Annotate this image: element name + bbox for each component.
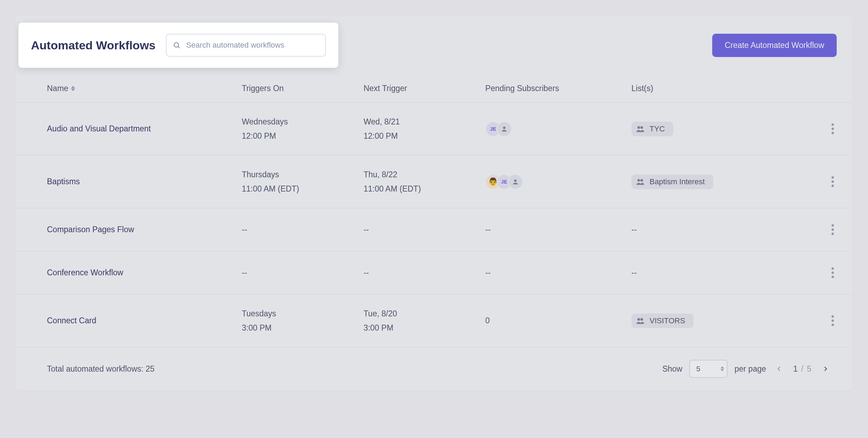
- svg-point-0: [174, 43, 179, 47]
- page-title: Automated Workflows: [31, 39, 155, 52]
- svg-line-1: [178, 47, 179, 48]
- col-pending-label: Pending Subscribers: [485, 84, 559, 93]
- cell-triggers: --: [242, 225, 363, 234]
- col-triggers-label: Triggers On: [242, 84, 284, 93]
- next-time: 3:00 PM: [363, 322, 485, 334]
- search-icon: [173, 41, 180, 49]
- col-lists-label: List(s): [632, 84, 653, 93]
- col-next-trigger[interactable]: Next Trigger: [363, 84, 485, 93]
- table-row[interactable]: Conference Workflow -- -- -- --: [16, 251, 852, 294]
- cell-next-trigger: Wed, 8/21 12:00 PM: [363, 116, 485, 142]
- list-tag[interactable]: VISITORS: [632, 314, 693, 328]
- stepper-icon: [721, 366, 724, 371]
- dots-icon: [831, 123, 834, 126]
- cell-pending: JE: [485, 121, 632, 137]
- row-actions-button[interactable]: [829, 221, 837, 238]
- table-header: Name Triggers On Next Trigger Pending Su…: [16, 75, 852, 103]
- next-page-button[interactable]: [820, 363, 831, 375]
- workflows-table: Name Triggers On Next Trigger Pending Su…: [16, 75, 852, 347]
- avatar-group: 👨 JE: [485, 174, 632, 189]
- dots-icon: [831, 176, 834, 179]
- svg-point-9: [640, 318, 643, 321]
- table-row[interactable]: Connect Card Tuesdays 3:00 PM Tue, 8/20 …: [16, 294, 852, 347]
- svg-point-6: [637, 179, 640, 181]
- dots-icon: [831, 267, 834, 270]
- list-tag-label: Baptism Interest: [650, 177, 705, 186]
- col-name-label: Name: [47, 84, 68, 93]
- cell-lists: TYC: [632, 122, 802, 136]
- pagination: Show per page 1 / 5: [662, 360, 831, 378]
- svg-point-5: [514, 179, 516, 182]
- page-divider: /: [801, 364, 803, 374]
- cell-triggers: Wednesdays 12:00 PM: [242, 116, 363, 142]
- triggers-day: Wednesdays: [242, 116, 363, 128]
- cell-lists: --: [632, 268, 802, 277]
- next-day: Wed, 8/21: [363, 116, 485, 128]
- cell-lists: Baptism Interest: [632, 175, 802, 189]
- cell-pending: 0: [485, 316, 632, 325]
- svg-point-7: [640, 179, 643, 181]
- cell-name: Connect Card: [47, 316, 242, 325]
- next-time: 11:00 AM (EDT): [363, 183, 485, 195]
- triggers-time: 12:00 PM: [242, 130, 363, 142]
- cell-triggers: Tuesdays 3:00 PM: [242, 308, 363, 334]
- cell-triggers: --: [242, 268, 363, 277]
- cell-next-trigger: Thu, 8/22 11:00 AM (EDT): [363, 169, 485, 195]
- cell-name: Conference Workflow: [47, 268, 242, 277]
- page-size-stepper[interactable]: [689, 360, 728, 378]
- workflow-panel: Automated Workflows Create Automated Wor…: [16, 16, 852, 390]
- triggers-time: 11:00 AM (EDT): [242, 183, 363, 195]
- avatar-group: JE: [485, 121, 632, 137]
- cell-name: Audio and Visual Department: [47, 124, 242, 133]
- person-icon: [501, 125, 508, 132]
- row-actions-button[interactable]: [829, 173, 837, 190]
- row-actions-button[interactable]: [829, 265, 837, 281]
- svg-point-4: [640, 126, 643, 129]
- avatar-placeholder[interactable]: [497, 121, 512, 137]
- people-icon: [636, 316, 645, 325]
- cell-name: Comparison Pages Flow: [47, 225, 242, 234]
- page-nav: 1 / 5: [773, 363, 831, 375]
- total-pages: 5: [807, 364, 811, 374]
- person-icon: [512, 178, 519, 185]
- prev-page-button[interactable]: [773, 363, 785, 375]
- next-time: 12:00 PM: [363, 130, 485, 142]
- cell-pending: 👨 JE: [485, 174, 632, 189]
- people-icon: [636, 177, 645, 186]
- table-footer: Total automated workflows: 25 Show per p…: [16, 347, 852, 390]
- col-pending[interactable]: Pending Subscribers: [485, 84, 632, 93]
- show-label: Show: [662, 364, 683, 374]
- header-highlight: Automated Workflows: [18, 23, 338, 68]
- svg-point-2: [503, 127, 505, 129]
- table-row[interactable]: Audio and Visual Department Wednesdays 1…: [16, 103, 852, 155]
- page-indicator: 1 / 5: [793, 364, 811, 374]
- row-actions-button[interactable]: [829, 313, 837, 329]
- per-page-label: per page: [734, 364, 766, 374]
- list-tag[interactable]: Baptism Interest: [632, 175, 713, 189]
- col-name[interactable]: Name: [47, 84, 242, 93]
- col-lists[interactable]: List(s): [632, 84, 802, 93]
- triggers-day: Thursdays: [242, 169, 363, 181]
- search-wrapper: [166, 34, 326, 57]
- create-workflow-button[interactable]: Create Automated Workflow: [712, 34, 837, 57]
- col-triggers[interactable]: Triggers On: [242, 84, 363, 93]
- cell-next-trigger: --: [363, 225, 485, 234]
- list-tag-label: VISITORS: [650, 316, 685, 325]
- people-icon: [636, 124, 645, 133]
- cell-next-trigger: --: [363, 268, 485, 277]
- search-input[interactable]: [166, 34, 326, 57]
- cell-pending: --: [485, 268, 632, 277]
- avatar-placeholder[interactable]: [508, 174, 523, 189]
- row-actions-button[interactable]: [829, 121, 837, 137]
- dots-icon: [831, 224, 834, 227]
- cell-triggers: Thursdays 11:00 AM (EDT): [242, 169, 363, 195]
- sort-icon: [71, 86, 75, 91]
- next-day: Tue, 8/20: [363, 308, 485, 320]
- table-row[interactable]: Comparison Pages Flow -- -- -- --: [16, 208, 852, 251]
- svg-point-8: [637, 318, 640, 321]
- cell-lists: --: [632, 225, 802, 234]
- table-row[interactable]: Baptisms Thursdays 11:00 AM (EDT) Thu, 8…: [16, 155, 852, 208]
- list-tag[interactable]: TYC: [632, 122, 673, 136]
- svg-point-3: [637, 126, 640, 129]
- cell-name: Baptisms: [47, 177, 242, 186]
